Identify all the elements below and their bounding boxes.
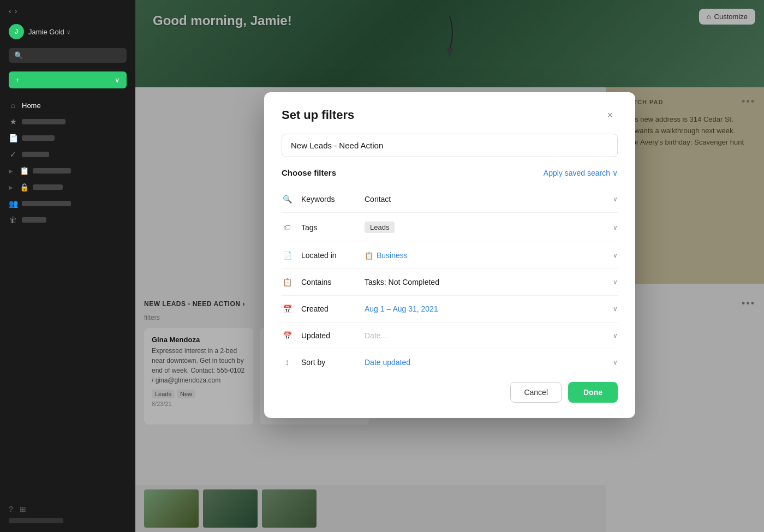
sidebar-label-bar [22,119,65,124]
modal-title: Set up filters [282,108,354,122]
chevron-down-icon: ∨ [613,195,618,203]
main-content: Good morning, Jamie! ⌂ Customize SCRATCH… [135,0,764,532]
user-name-label: Jamie Gold ∨ [28,28,70,36]
sidebar-footer-bar [9,518,63,523]
filter-label-sort-by: Sort by [301,358,356,367]
filter-value-sort-by[interactable]: Date updated ∨ [365,356,618,369]
done-button[interactable]: Done [568,382,618,403]
filter-row-created: 📅 Created Aug 1 – Aug 31, 2021 ∨ [282,296,618,322]
sidebar-nav: ‹ › [0,0,135,20]
chevron-down-icon: ∨ [613,305,618,313]
filter-value-keywords[interactable]: Contact ∨ [365,193,618,206]
contains-value: Tasks: Not Completed [365,278,439,286]
modal-backdrop: Set up filters × Choose filters Apply sa… [135,0,764,532]
star-icon: ★ [9,117,17,126]
filter-value-updated[interactable]: Date... ∨ [365,329,618,342]
filter-name-input[interactable] [282,134,618,157]
grid-icon[interactable]: ⊞ [20,505,26,513]
chevron-down-icon: ∨ [613,278,618,286]
sidebar-item-trash[interactable]: 🗑 [0,212,135,228]
business-icon: 📋 [365,252,373,260]
modal-header: Set up filters × [282,107,618,123]
sidebar-label-bar [22,217,46,223]
filter-value-located-in[interactable]: 📋 Business ∨ [365,249,618,262]
filter-value-tags[interactable]: Leads ∨ [365,219,618,235]
filter-label-updated: Updated [301,331,356,340]
filter-label-tags: Tags [301,223,356,232]
close-button[interactable]: × [602,107,618,123]
updated-placeholder: Date... [365,331,387,340]
sort-by-value: Date updated [365,358,410,367]
add-chevron-icon: ∨ [115,76,120,84]
home-icon: ⌂ [9,101,17,110]
sidebar-label-bar [22,135,55,141]
chevron-down-icon: ∨ [613,252,618,259]
user-chevron-icon: ∨ [67,29,70,35]
apply-chevron-icon: ∨ [612,169,618,177]
choose-filters-label: Choose filters [282,168,336,177]
chevron-right-icon: ▶ [9,184,13,190]
sidebar: ‹ › J Jamie Gold ∨ 🔍 + ∨ ⌂ Home ★ [0,0,135,532]
sort-icon: ↕ [282,357,293,367]
calendar-icon: 📅 [282,304,293,313]
sidebar-item-starred[interactable]: ★ [0,113,135,130]
trash-icon: 🗑 [9,216,17,224]
calendar-updated-icon: 📅 [282,331,293,340]
filter-modal: Set up filters × Choose filters Apply sa… [264,92,635,418]
tag-icon: 🏷 [282,223,293,232]
document-icon: 📄 [282,251,293,260]
clipboard-icon: 📋 [282,278,293,286]
created-value: Aug 1 – Aug 31, 2021 [365,304,438,313]
add-button[interactable]: + ∨ [9,71,127,88]
cursor-arrow [439,16,461,60]
modal-footer: Cancel Done [282,382,618,403]
chevron-down-icon: ∨ [613,358,618,366]
notes-icon: 📄 [9,134,17,142]
search-icon: 🔍 [282,195,293,204]
lock-icon: 🔒 [20,183,28,192]
filter-label-located-in: Located in [301,251,356,260]
sidebar-item-group1[interactable]: ▶ 📋 [0,163,135,179]
sidebar-item-home[interactable]: ⌂ Home [0,97,135,113]
sidebar-item-label: Home [22,101,41,110]
sidebar-item-group2[interactable]: ▶ 🔒 [0,179,135,195]
filter-label-contains: Contains [301,278,356,286]
cancel-button[interactable]: Cancel [510,382,562,403]
chevron-down-icon: ∨ [613,224,618,231]
add-icon: + [15,76,20,84]
located-in-text: Business [377,251,408,260]
check-icon: ✓ [9,150,17,159]
nav-back[interactable]: ‹ [9,7,11,15]
filter-value-created[interactable]: Aug 1 – Aug 31, 2021 ∨ [365,302,618,315]
user-profile[interactable]: J Jamie Gold ∨ [0,20,135,44]
keywords-value: Contact [365,195,391,204]
sidebar-label-bar [22,201,71,206]
filter-row-contains: 📋 Contains Tasks: Not Completed ∨ [282,269,618,296]
nav-forward[interactable]: › [15,7,17,15]
avatar: J [9,24,24,39]
help-icon[interactable]: ? [9,505,13,513]
apply-saved-search-button[interactable]: Apply saved search ∨ [544,169,618,177]
tags-chip: Leads [365,222,395,233]
filter-label-created: Created [301,304,356,313]
sidebar-item-notes[interactable]: 📄 [0,130,135,146]
sidebar-menu: ⌂ Home ★ 📄 ✓ ▶ 📋 ▶ 🔒 [0,93,135,500]
search-icon: 🔍 [14,51,23,59]
svg-marker-0 [446,48,453,57]
choose-filters-row: Choose filters Apply saved search ∨ [282,168,618,177]
chevron-right-icon: ▶ [9,168,13,174]
apply-saved-search-label: Apply saved search [544,169,610,177]
list-icon: 📋 [20,166,28,175]
filter-row-tags: 🏷 Tags Leads ∨ [282,213,618,242]
sidebar-item-tasks[interactable]: ✓ [0,146,135,163]
filter-label-keywords: Keywords [301,195,356,204]
people-icon: 👥 [9,199,17,208]
filter-row-located-in: 📄 Located in 📋 Business ∨ [282,242,618,269]
sidebar-search[interactable]: 🔍 [9,48,127,63]
sidebar-label-bar [33,168,71,174]
nav-arrows: ‹ › [9,7,17,15]
sidebar-label-bar [33,184,63,190]
chevron-down-icon: ∨ [613,332,618,339]
sidebar-item-people[interactable]: 👥 [0,195,135,212]
filter-value-contains[interactable]: Tasks: Not Completed ∨ [365,276,618,289]
